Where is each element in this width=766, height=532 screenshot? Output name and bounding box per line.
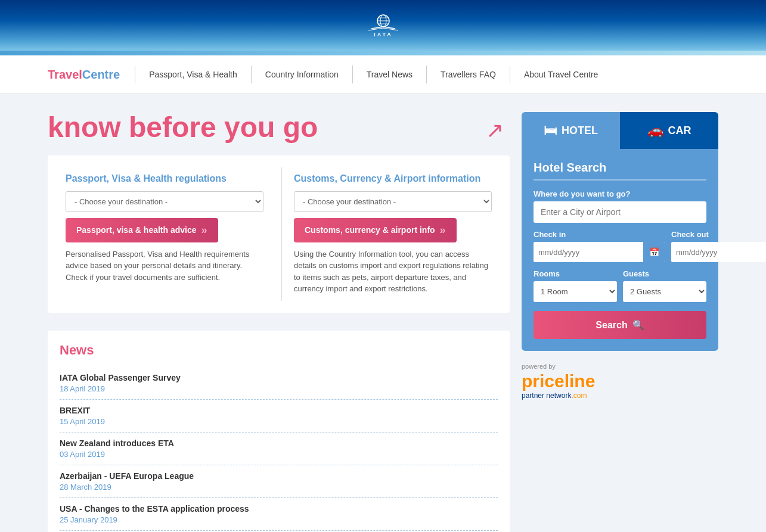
search-button[interactable]: Search 🔍 [534, 311, 706, 339]
checkout-input[interactable] [671, 242, 766, 262]
rooms-select[interactable]: 1 Room 2 Rooms 3 Rooms 4 Rooms [534, 281, 617, 302]
news-item-title-0: IATA Global Passenger Survey [60, 373, 498, 382]
priceline-logo: priceline [522, 371, 718, 391]
passport-card-description: Personalised Passport, Visa and Health r… [66, 248, 263, 284]
date-row: Check in 📅 Check out 📅 [534, 230, 706, 262]
nav-passport[interactable]: Passport, Visa & Health [138, 70, 248, 79]
widget-tabs: 🛏 HOTEL 🚗 CAR [522, 112, 718, 149]
iata-header: IATA [0, 0, 766, 51]
brand-logo[interactable]: TravelCentre [48, 68, 120, 82]
checkin-input[interactable] [534, 242, 643, 262]
guests-label: Guests [623, 269, 706, 278]
guests-select[interactable]: 1 Guest 2 Guests 3 Guests 4 Guests 5 Gue… [623, 281, 706, 302]
checkin-label: Check in [534, 230, 665, 239]
news-item-1[interactable]: BREXIT 15 April 2019 [60, 400, 498, 433]
widget-search-title: Hotel Search [534, 161, 706, 181]
checkout-input-wrap: 📅 [671, 242, 766, 262]
rooms-guests-row: Rooms 1 Room 2 Rooms 3 Rooms 4 Rooms Gue… [534, 269, 706, 302]
customs-card: Customs, Currency & Airport information … [281, 167, 498, 301]
nav-divider-3 [352, 66, 353, 83]
customs-card-description: Using the Country Information tool, you … [294, 248, 492, 295]
hero-section: know before you go ↗ [48, 112, 510, 144]
news-item-date-2: 03 April 2019 [60, 450, 498, 459]
customs-card-title: Customs, Currency & Airport information [294, 173, 492, 184]
hotel-icon: 🛏 [544, 123, 557, 138]
nav-travel-news[interactable]: Travel News [356, 70, 423, 79]
widget-body: Hotel Search Where do you want to go? Ch… [522, 149, 718, 351]
brand-part1: Travel [48, 68, 82, 81]
content-area: know before you go ↗ Passport, Visa & He… [48, 112, 510, 532]
checkout-field: Check out 📅 [671, 230, 766, 262]
search-icon: 🔍 [632, 319, 644, 331]
svg-text:IATA: IATA [374, 32, 393, 38]
nav-about[interactable]: About Travel Centre [513, 70, 609, 79]
guests-field: Guests 1 Guest 2 Guests 3 Guests 4 Guest… [623, 269, 706, 302]
checkin-input-wrap: 📅 [534, 242, 665, 262]
button-arrows-icon: » [201, 224, 207, 237]
rooms-label: Rooms [534, 269, 617, 278]
rooms-field: Rooms 1 Room 2 Rooms 3 Rooms 4 Rooms [534, 269, 617, 302]
news-item-3[interactable]: Azerbaijan - UEFA Europa League 28 March… [60, 465, 498, 498]
nav-divider-5 [510, 66, 510, 83]
hero-headline: know before you go [48, 112, 510, 144]
passport-card-title: Passport, Visa & Health regulations [66, 173, 263, 184]
passport-card: Passport, Visa & Health regulations - Ch… [60, 167, 269, 301]
hero-arrow-icon: ↗ [486, 118, 504, 143]
news-item-title-3: Azerbaijan - UEFA Europa League [60, 471, 498, 481]
priceline-sub-text: partner network.com [522, 391, 718, 400]
news-section-title: News [60, 343, 498, 358]
car-tab[interactable]: 🚗 CAR [620, 112, 718, 149]
checkin-field: Check in 📅 [534, 230, 665, 262]
nav-faq[interactable]: Travellers FAQ [430, 70, 507, 79]
news-item-date-1: 15 April 2019 [60, 417, 498, 426]
priceline-price-text: priceline [522, 371, 595, 391]
main-content: know before you go ↗ Passport, Visa & He… [0, 94, 766, 532]
customs-destination-select[interactable]: - Choose your destination - [294, 191, 492, 212]
news-item-title-4: USA - Changes to the ESTA application pr… [60, 504, 498, 514]
city-airport-input[interactable] [534, 201, 706, 223]
news-section: News IATA Global Passenger Survey 18 Apr… [48, 331, 510, 532]
iata-logo: IATA [365, 14, 401, 38]
news-item-title-2: New Zealand introduces ETA [60, 438, 498, 448]
where-label: Where do you want to go? [534, 189, 706, 198]
news-item-title-1: BREXIT [60, 406, 498, 415]
nav-country[interactable]: Country Information [255, 70, 349, 79]
iata-logo-svg: IATA [365, 14, 401, 38]
news-item-date-4: 25 January 2019 [60, 515, 498, 524]
passport-advice-button[interactable]: Passport, visa & health advice » [66, 218, 218, 242]
nav-divider-1 [135, 66, 135, 83]
passport-destination-select[interactable]: - Choose your destination - [66, 191, 263, 212]
nav-divider-2 [251, 66, 252, 83]
hotel-tab[interactable]: 🛏 HOTEL [522, 112, 620, 149]
brand-part2: Centre [82, 68, 120, 81]
wave-separator [0, 51, 766, 55]
info-cards: Passport, Visa & Health regulations - Ch… [48, 155, 510, 313]
news-item-0[interactable]: IATA Global Passenger Survey 18 April 20… [60, 367, 498, 400]
customs-info-button[interactable]: Customs, currency & airport info » [294, 218, 457, 242]
powered-by-text: powered by [522, 363, 718, 370]
hotel-car-widget: 🛏 HOTEL 🚗 CAR Hotel Search Where do you … [522, 112, 718, 532]
nav-divider-4 [426, 66, 427, 83]
news-item-date-3: 28 March 2019 [60, 483, 498, 491]
news-item-date-0: 18 April 2019 [60, 384, 498, 393]
car-icon: 🚗 [647, 123, 663, 138]
priceline-section: powered by priceline partner network.com [522, 363, 718, 400]
news-item-4[interactable]: USA - Changes to the ESTA application pr… [60, 498, 498, 531]
customs-button-arrows-icon: » [440, 224, 446, 237]
checkout-label: Check out [671, 230, 766, 239]
news-item-2[interactable]: New Zealand introduces ETA 03 April 2019 [60, 433, 498, 465]
navbar: TravelCentre Passport, Visa & Health Cou… [0, 55, 766, 94]
checkin-calendar-icon[interactable]: 📅 [643, 242, 665, 262]
